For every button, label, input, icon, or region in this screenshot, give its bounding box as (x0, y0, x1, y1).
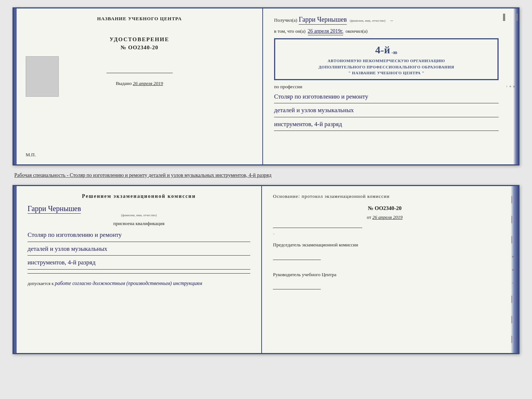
dash-poluchil: – (391, 17, 393, 23)
recipient-name-bottom: Гарри Чернышев (28, 204, 81, 214)
dopusk-text: работе согласно должностным (производств… (55, 281, 202, 286)
resheniem-title: Решением экзаменационной комиссии (28, 193, 250, 199)
top-left-page: НАЗВАНИЕ УЧЕБНОГО ЦЕНТРА УДОСТОВЕРЕНИЕ №… (17, 8, 263, 164)
fio-label-bottom: (фамилия, имя, отчество) (28, 213, 250, 217)
dash-right-1: – (273, 232, 275, 235)
profession-line2-top: деталей и узлов музыкальных (274, 105, 499, 117)
vtom-date: 26 апреля 2019г. (308, 28, 344, 35)
predsedatel-label: Председатель экзаменационной комиссии (273, 242, 358, 247)
edge-letter-k-b: ← (511, 281, 515, 285)
poluchil-prefix: Получил(а) (274, 17, 297, 23)
edge-dash-b4 (511, 296, 512, 303)
edge-letter-and: и (513, 12, 516, 161)
doc-spine-top (14, 8, 17, 164)
edge-dash-b1 (511, 196, 512, 203)
top-right-page: Получил(а) Гарри Чернышев (фамилия, имя,… (263, 8, 510, 164)
bottom-certificate-spread: Решением экзаменационной комиссии Гарри … (12, 185, 520, 354)
vydano-row: Выдано 26 апреля 2019 (116, 81, 163, 86)
prisvoena-label: присвоена квалификация (28, 221, 250, 227)
vtom-row: в том, что он(а) 26 апреля 2019г. окончи… (274, 28, 499, 35)
recipient-name-top: Гарри Чернышев (299, 16, 347, 25)
profession-line2-bottom: деталей и узлов музыкальных (28, 243, 250, 256)
stamp-line1: АВТОНОМНУЮ НЕКОММЕРЧЕСКУЮ ОРГАНИЗАЦИЮ (280, 58, 492, 64)
rukovo-block: Руководитель учебного Центра (273, 271, 496, 290)
photo-placeholder (26, 56, 59, 97)
caption-text: Рабочая специальность - Столяр по изгото… (12, 171, 520, 179)
vydano-date: 26 апреля 2019 (133, 81, 163, 86)
profession-line3-top: инструментов, 4-й разряд (274, 119, 499, 131)
edge-dash-b2 (511, 216, 512, 223)
cert-number-top: № OO2340-20 (121, 44, 158, 51)
right-edge-bottom: и я ← (507, 186, 518, 353)
profession-line1-bottom: Столяр по изготовлению и ремонту (28, 229, 250, 242)
stamp-line2: ДОПОЛНИТЕЛЬНОГО ПРОФЕССИОНАЛЬНОГО ОБРАЗО… (280, 64, 492, 70)
ot-prefix: от (367, 214, 371, 220)
stamp-line3: " НАЗВАНИЕ УЧЕБНОГО ЦЕНТРА " (280, 70, 492, 76)
okonchil-label: окончил(а) (345, 28, 367, 34)
predsedatel-sign-line (273, 260, 321, 260)
bottom-right-page: Основание: протокол экзаменационной коми… (262, 186, 507, 353)
ot-row: от 26 апреля 2019 (273, 214, 496, 220)
fio-label-top: (фамилия, имя, отчество) (350, 19, 385, 22)
predsedatel-block: Председатель экзаменационной комиссии (273, 241, 496, 260)
bottom-left-page: Решением экзаменационной комиссии Гарри … (17, 186, 262, 353)
edge-dash-b3 (511, 236, 512, 243)
vydano-label: Выдано (116, 81, 132, 86)
profession-line3-bottom: инструментов, 4-й разряд (28, 257, 250, 270)
rukovo-label: Руководитель учебного Центра (273, 272, 337, 277)
name-block-bottom: Гарри Чернышев (фамилия, имя, отчество) (28, 204, 250, 217)
school-name-top: НАЗВАНИЕ УЧЕБНОГО ЦЕНТРА (97, 16, 182, 22)
edge-dash-1 (517, 14, 518, 21)
stamp-big-num: 4-й (375, 44, 390, 56)
dopusk-prefix: допускается к (28, 281, 54, 286)
sep-line-right-1 (273, 228, 362, 228)
right-edge-top: и я ← (510, 8, 518, 164)
edge-content-bottom: и я ← (511, 186, 515, 353)
edge-dash-2 (516, 14, 517, 21)
profession-line1-top: Столяр по изготовлению и ремонту (274, 91, 499, 104)
top-certificate-spread: НАЗВАНИЕ УЧЕБНОГО ЦЕНТРА УДОСТОВЕРЕНИЕ №… (12, 7, 520, 165)
profession-block-top: Столяр по изготовлению и ремонту деталей… (274, 91, 499, 131)
edge-letter-ya-b: я (511, 268, 515, 271)
profession-block-bottom: Столяр по изготовлению и ремонту деталей… (28, 229, 250, 270)
edge-dash-b6 (511, 336, 512, 343)
separator-line (28, 273, 250, 274)
ot-date: 26 апреля 2019 (373, 214, 403, 220)
vtom-prefix: в том, что он(а) (274, 28, 306, 34)
rukovo-sign-line (273, 289, 321, 289)
doc-number-bottom: № OO2340-20 (273, 205, 496, 211)
signature-line-left (107, 73, 173, 73)
stamp-suffix: -ю (391, 50, 397, 55)
stamp-block: 4-й -ю АВТОНОМНУЮ НЕКОММЕРЧЕСКУЮ ОРГАНИЗ… (274, 38, 499, 80)
dopuskaetsya-row: допускается к работе согласно должностны… (28, 279, 250, 287)
poluchil-row: Получил(а) Гарри Чернышев (фамилия, имя,… (274, 16, 499, 25)
po-professii-label: по профессии (274, 84, 499, 90)
edge-letter-and-b: и (511, 254, 515, 258)
mp-label: М.П. (26, 152, 36, 158)
doc-spine-bottom (14, 186, 17, 353)
edge-dash-b5 (511, 316, 512, 323)
osnovanie-title: Основание: протокол экзаменационной коми… (273, 193, 496, 199)
cert-center-block: УДОСТОВЕРЕНИЕ № OO2340-20 Выдано 26 апре… (107, 36, 173, 86)
cert-type-label: УДОСТОВЕРЕНИЕ (109, 36, 169, 43)
